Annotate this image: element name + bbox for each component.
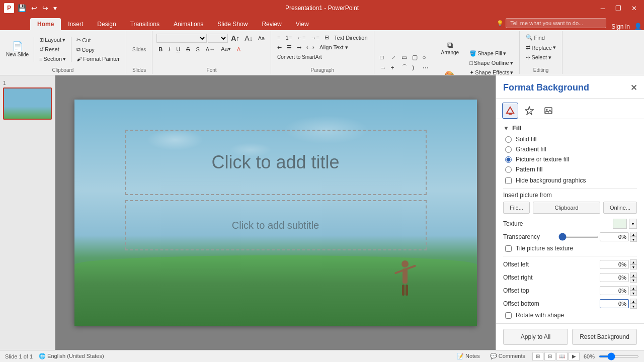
- select-btn[interactable]: ⊹ Select ▾: [524, 53, 553, 62]
- title-placeholder[interactable]: Click to add title: [125, 130, 427, 195]
- layout-btn[interactable]: ⊞ Layout ▾: [37, 36, 67, 44]
- redo-quick-btn[interactable]: ↪: [41, 3, 50, 13]
- zoom-slider[interactable]: [599, 355, 639, 357]
- save-quick-btn[interactable]: 💾: [16, 3, 28, 13]
- shape-more[interactable]: ⋯: [421, 62, 431, 73]
- section-btn[interactable]: ≡ Section ▾: [37, 55, 68, 63]
- close-btn[interactable]: ✕: [628, 4, 640, 13]
- offset-left-input[interactable]: [600, 260, 629, 269]
- normal-view-btn[interactable]: ⊞: [532, 352, 543, 361]
- undo-quick-btn[interactable]: ↩: [30, 3, 39, 13]
- hide-bg-graphics-checkbox[interactable]: [505, 177, 512, 184]
- restore-btn[interactable]: ❐: [612, 4, 624, 13]
- picture-texture-fill-option[interactable]: Picture or texture fill: [505, 156, 637, 163]
- tab-view[interactable]: View: [289, 18, 316, 30]
- panel-tab-effects[interactable]: [521, 103, 537, 119]
- texture-preview[interactable]: [613, 219, 627, 229]
- shape-fill-btn[interactable]: 🪣 Shape Fill ▾: [467, 49, 515, 58]
- justify-btn[interactable]: ⟺: [304, 43, 316, 52]
- numbering-btn[interactable]: 1≡: [284, 34, 294, 42]
- transparency-input[interactable]: [600, 232, 629, 241]
- tab-animations[interactable]: Animations: [167, 18, 210, 30]
- panel-tab-picture[interactable]: [540, 103, 556, 119]
- pattern-fill-radio[interactable]: [505, 166, 512, 173]
- offset-right-input[interactable]: [600, 273, 629, 282]
- find-btn[interactable]: 🔍 Find: [524, 33, 546, 42]
- arrange-btn[interactable]: ⧉ Arrange: [434, 33, 466, 62]
- columns-btn[interactable]: ⊟: [323, 33, 331, 42]
- pattern-fill-option[interactable]: Pattern fill: [505, 166, 637, 173]
- picture-texture-fill-radio[interactable]: [505, 156, 512, 163]
- minimize-btn[interactable]: ─: [598, 4, 608, 13]
- solid-fill-radio[interactable]: [505, 136, 512, 143]
- reset-background-btn[interactable]: Reset Background: [572, 329, 637, 345]
- tab-transitions[interactable]: Transitions: [123, 18, 167, 30]
- align-text-btn[interactable]: Align Text ▾: [317, 43, 350, 52]
- increase-indent-btn[interactable]: →≡: [308, 34, 321, 42]
- slide-sorter-btn[interactable]: ⊟: [544, 352, 555, 361]
- font-increase-btn[interactable]: A↑: [229, 33, 242, 43]
- underline-btn[interactable]: U: [174, 45, 182, 53]
- decrease-indent-btn[interactable]: ←≡: [295, 34, 307, 42]
- search-input[interactable]: [506, 18, 606, 28]
- file-btn[interactable]: File...: [503, 202, 530, 214]
- clipboard-btn[interactable]: Clipboard: [533, 202, 600, 214]
- text-shadow-btn[interactable]: S: [194, 45, 201, 53]
- shape-plus[interactable]: +: [389, 62, 399, 73]
- tab-slideshow[interactable]: Slide Show: [210, 18, 255, 30]
- bold-btn[interactable]: B: [156, 45, 165, 53]
- convert-smartart-btn[interactable]: Convert to SmartArt: [275, 53, 324, 61]
- subtitle-placeholder[interactable]: Click to add subtitle: [125, 200, 427, 250]
- slideshow-btn[interactable]: ▶: [569, 352, 580, 361]
- transparency-up-btn[interactable]: ▲: [630, 232, 637, 237]
- align-left-btn[interactable]: ⬅: [275, 43, 284, 52]
- shape-arrow[interactable]: →: [378, 62, 388, 73]
- transparency-slider[interactable]: [558, 236, 599, 238]
- offset-top-down[interactable]: ▼: [630, 291, 637, 296]
- offset-top-up[interactable]: ▲: [630, 286, 637, 291]
- gradient-fill-option[interactable]: Gradient fill: [505, 146, 637, 153]
- offset-top-input[interactable]: [600, 286, 629, 295]
- clear-formatting-btn[interactable]: Aa: [256, 34, 267, 42]
- font-color-btn[interactable]: A: [235, 45, 243, 53]
- replace-btn[interactable]: ⇄ Replace ▾: [524, 43, 557, 52]
- quick-styles-btn[interactable]: 🎨 Quick Styles: [434, 63, 466, 75]
- offset-right-down[interactable]: ▼: [630, 278, 637, 283]
- offset-left-up[interactable]: ▲: [630, 259, 637, 264]
- panel-tab-fill[interactable]: [502, 103, 518, 119]
- transparency-range[interactable]: [558, 236, 599, 238]
- shape-rect[interactable]: □: [378, 53, 388, 62]
- offset-bottom-up[interactable]: ▲: [630, 299, 637, 304]
- reading-view-btn[interactable]: 📖: [556, 352, 568, 361]
- shape-round-rect[interactable]: ▢: [410, 53, 420, 62]
- font-family-select[interactable]: [156, 34, 207, 43]
- reset-btn[interactable]: ↺ Reset: [37, 45, 61, 54]
- text-direction-btn[interactable]: Text Direction: [332, 34, 370, 42]
- user-icon[interactable]: 👤: [634, 23, 642, 30]
- tab-review[interactable]: Review: [255, 18, 288, 30]
- italic-btn[interactable]: I: [167, 45, 172, 53]
- rotate-with-shape-checkbox[interactable]: [505, 312, 512, 319]
- comments-btn[interactable]: 💬 Comments: [487, 352, 528, 360]
- apply-to-all-btn[interactable]: Apply to All: [503, 329, 568, 345]
- tab-insert[interactable]: Insert: [61, 18, 90, 30]
- hide-bg-graphics-row[interactable]: Hide background graphics: [505, 177, 637, 184]
- texture-dropdown-btn[interactable]: ▾: [629, 219, 637, 229]
- tile-picture-row[interactable]: Tile picture as texture: [505, 245, 637, 252]
- offset-right-up[interactable]: ▲: [630, 273, 637, 278]
- solid-fill-option[interactable]: Solid fill: [505, 136, 637, 143]
- shape-effects-btn[interactable]: ✦ Shape Effects ▾: [467, 68, 515, 76]
- offset-bottom-input[interactable]: [600, 299, 629, 308]
- shape-line[interactable]: ⟋: [389, 53, 399, 62]
- shape-chevron[interactable]: ⟩: [410, 62, 420, 73]
- search-bar[interactable]: 💡: [497, 18, 606, 28]
- new-slide-btn[interactable]: 📄 New Slide: [4, 34, 31, 65]
- shape-circle[interactable]: ○: [421, 53, 431, 62]
- bullets-btn[interactable]: ≡: [275, 34, 282, 42]
- panel-close-btn[interactable]: ✕: [630, 83, 637, 93]
- tab-home[interactable]: Home: [30, 18, 61, 30]
- cut-btn[interactable]: ✂ Cut: [74, 36, 122, 44]
- font-size-select[interactable]: [208, 34, 228, 43]
- transparency-down-btn[interactable]: ▼: [630, 237, 637, 242]
- canvas-area[interactable]: Click to add title Click to add subtitle: [55, 75, 496, 350]
